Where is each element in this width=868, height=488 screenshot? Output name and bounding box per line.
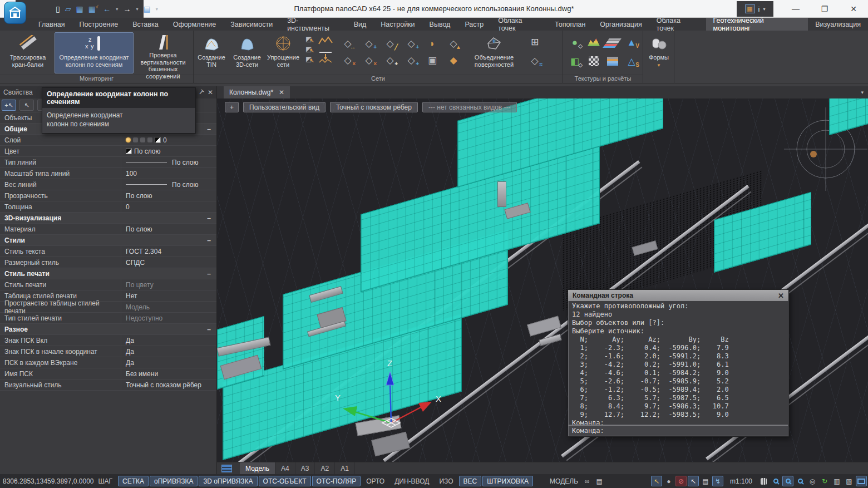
quick-props-icon[interactable]: ▤ — [700, 476, 711, 486]
surface-import-2-icon[interactable]: ◩↖ — [303, 44, 315, 53]
property-row[interactable]: Стиль текстаГОСТ 2.304 — [0, 246, 216, 257]
constraints-off-icon[interactable]: ⊘ — [675, 476, 687, 486]
sheet-list-icon[interactable] — [221, 465, 232, 472]
surface-patch-icon[interactable]: ◗ — [424, 37, 441, 50]
ribbon-tab-1[interactable]: Построение — [72, 18, 126, 31]
ribbon-tab-11[interactable]: Топоплан — [548, 18, 593, 31]
color-swatch-icon[interactable] — [126, 148, 132, 154]
annotation-scale[interactable]: m1:100 — [730, 477, 752, 485]
shapes-button[interactable]: Формы ▼ — [645, 32, 672, 73]
property-row[interactable]: Стиль печатиПо цвету — [0, 279, 216, 290]
lighting-icon[interactable]: ● — [663, 476, 674, 486]
collapse-icon[interactable]: – — [207, 125, 211, 133]
mesh-contour-icon[interactable]: ◇≈ — [526, 54, 543, 67]
mesh-fill-triangle-icon[interactable]: ◇▲ — [445, 37, 462, 50]
property-section-3D-визуализация[interactable]: 3D-визуализация– — [0, 213, 216, 224]
print-icon[interactable]: ▤ — [143, 4, 150, 13]
property-row[interactable]: Размерный стильСПДС — [0, 257, 216, 268]
mesh-delete-edge-icon[interactable]: ◇× — [361, 53, 377, 67]
close-icon[interactable]: ✕ — [208, 88, 213, 96]
selection-highlight-icon[interactable]: ↖ — [651, 476, 662, 486]
surface-import-3-icon[interactable]: ◩↖ — [303, 54, 315, 63]
status-toggle-СЕТКА[interactable]: СЕТКА — [118, 476, 149, 486]
document-tab[interactable]: Колонны.dwg* ✕ — [224, 86, 290, 98]
property-row[interactable]: Тип стилей печатиНедоступно — [0, 313, 216, 324]
tower-verticality-button[interactable]: Проверка вертикальности башенных сооруже… — [135, 32, 191, 73]
status-toggle-ИЗО[interactable]: ИЗО — [435, 476, 457, 486]
surface-from-cloud-icon[interactable]: ●◇ — [566, 36, 583, 49]
save-all-icon[interactable]: ▦√ — [88, 4, 98, 13]
status-toggle-ОРТО[interactable]: ОРТО — [362, 476, 389, 486]
sheet-tab-Модель[interactable]: Модель — [240, 462, 275, 475]
drape-line-icon[interactable] — [317, 51, 334, 64]
status-toggle-ОТС-ОБЪЕКТ[interactable]: ОТС-ОБЪЕКТ — [259, 476, 311, 486]
volume-table-icon[interactable] — [604, 55, 621, 68]
save-icon[interactable]: ▦ — [76, 4, 83, 13]
close-icon[interactable]: ✕ — [279, 88, 284, 96]
viewport-button-3[interactable]: --- нет связанных видов --- — [422, 102, 517, 112]
property-row[interactable]: ЦветПо слою — [0, 146, 216, 157]
property-row[interactable]: Тип линийПо слою — [0, 157, 216, 168]
status-toggle-ОТС-ПОЛЯР[interactable]: ОТС-ПОЛЯР — [312, 476, 361, 486]
undo-menu-icon[interactable]: ▾ — [116, 7, 118, 12]
app-logo[interactable] — [4, 2, 26, 24]
collapse-icon[interactable]: – — [207, 236, 211, 244]
layer-on-bulb-icon[interactable] — [126, 137, 131, 142]
ribbon-tab-15[interactable]: Визуализация — [808, 18, 868, 31]
regen-icon[interactable]: ↻ — [819, 476, 830, 486]
merge-surfaces-button[interactable]: + Объединение поверхностей — [467, 32, 521, 73]
ribbon-tab-7[interactable]: Настройки — [373, 18, 422, 31]
orbit-icon[interactable]: ◎ — [807, 476, 818, 486]
ribbon-tab-6[interactable]: Вид — [347, 18, 374, 31]
column-coordinates-button[interactable]: z x y Определение координат колонн по се… — [55, 32, 134, 73]
property-row[interactable]: Толщина0 — [0, 201, 216, 213]
collapse-icon[interactable]: – — [207, 326, 211, 333]
property-row[interactable]: ПрозрачностьПо слою — [0, 190, 216, 201]
redo-menu-icon[interactable]: ▾ — [136, 7, 138, 12]
property-section-Стиль печати[interactable]: Стиль печати– — [0, 268, 216, 279]
zoom-window-icon[interactable] — [782, 476, 793, 486]
collapse-icon[interactable]: – — [207, 270, 211, 278]
open-icon[interactable]: ▱ — [65, 4, 71, 13]
mesh-add-vertex-icon[interactable]: ◇+ — [361, 37, 377, 50]
property-row[interactable]: ПСК в каждом ВЭкранеДа — [0, 357, 216, 368]
mesh-edit-icon[interactable]: ◇╱ — [382, 37, 398, 50]
ribbon-tab-14[interactable]: Геотехнический мониторинг — [706, 18, 808, 31]
add-selection-tool[interactable]: +↖ — [2, 100, 16, 111]
property-row[interactable]: Вес линийПо слою — [0, 179, 216, 190]
annotation-monitor-icon[interactable]: ▤ — [594, 476, 605, 486]
close-button[interactable]: ✕ — [839, 0, 868, 18]
qat-customize-icon[interactable]: ▾ — [156, 7, 158, 12]
ribbon-tab-4[interactable]: Зависимости — [223, 18, 280, 31]
info-icon[interactable]: i — [758, 5, 760, 13]
status-toggle-ВЕС[interactable]: ВЕС — [459, 476, 482, 486]
property-section-Стили[interactable]: Стили– — [0, 235, 216, 246]
crane-beam-tracing-button[interactable]: Трассировка кран-балки — [2, 32, 53, 73]
close-icon[interactable]: ✕ — [778, 292, 784, 300]
select-tool[interactable]: ↖ — [19, 100, 34, 111]
create-3d-mesh-button[interactable]: Создание 3D-сети — [229, 32, 265, 73]
property-row[interactable]: Знак ПСК ВклДа — [0, 335, 216, 346]
pin-icon[interactable]: T — [197, 88, 205, 96]
volume-v-icon[interactable]: ▲V — [623, 36, 640, 49]
ribbon-tab-10[interactable]: Облака точек — [491, 18, 548, 31]
color-swatch-icon[interactable] — [155, 137, 161, 143]
redo-icon[interactable]: → — [123, 4, 131, 13]
create-tin-button[interactable]: Создание TIN — [195, 32, 228, 73]
sheet-tab-A4[interactable]: A4 — [275, 462, 295, 475]
volume-s-icon[interactable]: △S — [623, 55, 640, 68]
property-row[interactable]: Пространство таблицы стилей печатиМодель — [0, 302, 216, 313]
property-row[interactable]: Масштаб типа линий100 — [0, 168, 216, 179]
status-toggle-ШАГ[interactable]: ШАГ — [94, 476, 117, 486]
property-row[interactable]: Имя ПСКБез имени — [0, 368, 216, 379]
status-toggle-оПРИВЯЗКА[interactable]: оПРИВЯЗКА — [150, 476, 198, 486]
model-viewport[interactable]: Z Y X +Пользовательский видТочный с пока… — [217, 98, 868, 462]
command-window-titlebar[interactable]: Командная строка ✕ — [568, 290, 788, 301]
command-line-window[interactable]: Командная строка ✕ Укажите противоположн… — [568, 289, 789, 437]
selection-cursor-icon[interactable]: ↖ — [688, 476, 699, 486]
maximize-button[interactable]: ❐ — [810, 0, 839, 18]
new-file-icon[interactable]: ▯ — [56, 4, 60, 13]
viewport-link-icon[interactable]: ∞ — [581, 476, 593, 486]
sheet-tab-A3[interactable]: A3 — [295, 462, 315, 475]
property-section-Разное[interactable]: Разное– — [0, 324, 216, 335]
